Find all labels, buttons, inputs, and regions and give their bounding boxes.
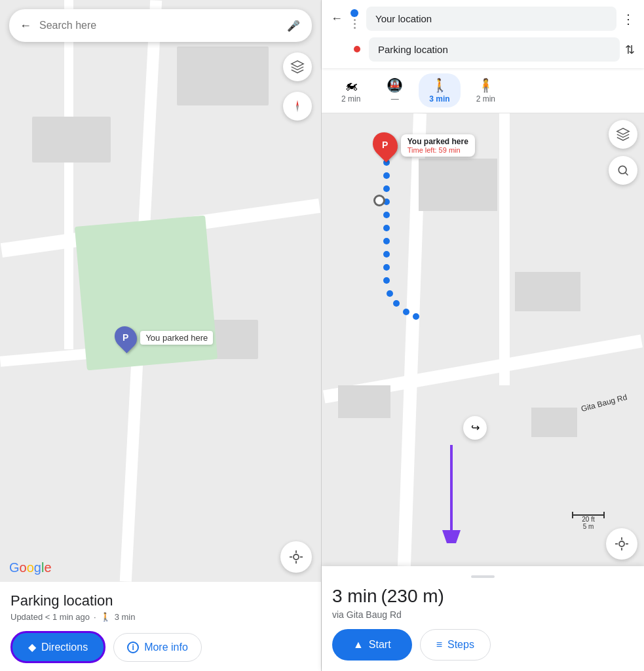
svg-point-14 (383, 212, 390, 218)
map-background: P You parked here Time left: 59 min (322, 113, 644, 566)
accessibility-time: 2 min (476, 94, 495, 104)
info-icon: i (127, 642, 139, 653)
walking-mode[interactable]: 🚶 3 min (419, 73, 460, 107)
via-text: via Gita Baug Rd (332, 609, 634, 620)
road (499, 113, 510, 385)
parking-bubble-title: You parked here (407, 137, 468, 146)
scale-text: 20 ft 5 m (572, 516, 605, 530)
svg-point-16 (383, 238, 390, 244)
svg-point-17 (383, 251, 390, 258)
origin-dot-icon (350, 9, 358, 17)
parking-marker-right: P You parked here Time left: 59 min (373, 132, 475, 158)
compass[interactable] (283, 92, 312, 121)
transit-time: — (391, 94, 399, 104)
building (531, 408, 577, 437)
search-input[interactable] (39, 20, 286, 31)
svg-point-21 (393, 300, 400, 307)
origin-input[interactable] (366, 7, 616, 31)
navigate-icon: ▲ (353, 639, 364, 651)
road-name-label: Gita Baug Rd (580, 393, 628, 413)
my-location-button[interactable] (280, 541, 312, 573)
transit-mode[interactable]: 🚇 — (376, 73, 413, 107)
parking-pin-icon: P (110, 322, 142, 353)
steps-label: Steps (447, 639, 474, 651)
more-info-label: More info (144, 642, 188, 653)
start-label: Start (369, 639, 391, 651)
my-location-button-right[interactable] (606, 528, 637, 560)
building (32, 117, 111, 163)
svg-marker-24 (617, 128, 629, 134)
route-dot (354, 19, 356, 21)
walking-icon: 🚶 (432, 77, 448, 93)
svg-point-3 (294, 554, 299, 560)
map-right: P You parked here Time left: 59 min (322, 113, 644, 566)
map-left: P You parked here (0, 0, 321, 582)
left-panel: ← 🎤 P You parked here (0, 0, 322, 671)
walk-time: 3 min (115, 612, 136, 622)
transport-modes-bar: 🏍 2 min 🚇 — 🚶 3 min 🧍 2 min (322, 68, 644, 113)
motorcycle-icon: 🏍 (345, 78, 358, 93)
svg-line-26 (626, 173, 628, 176)
turn-icon: ↪ (463, 416, 487, 440)
layers-button-right[interactable] (609, 120, 637, 149)
destination-pin-icon (353, 46, 361, 54)
distance-text: (230 m) (381, 586, 444, 607)
accessibility-icon: 🧍 (478, 77, 494, 93)
more-options-icon[interactable]: ⋮ (622, 11, 635, 27)
transit-icon: 🚇 (387, 77, 403, 93)
parking-pin-right-icon: P (368, 127, 403, 163)
walk-icon: 🚶 (100, 612, 111, 622)
annotation-arrow (419, 438, 484, 543)
route-dot (354, 23, 356, 25)
navigation-header: ← ⋮ ⇅ (322, 0, 644, 68)
nav-back-icon[interactable]: ← (331, 12, 343, 26)
more-info-button[interactable]: i More info (113, 633, 202, 662)
parking-marker: P You parked here (115, 326, 213, 349)
building (177, 47, 269, 105)
duration-row: 3 min (230 m) (332, 586, 634, 607)
directions-diamond-icon: ◆ (28, 641, 36, 653)
directions-button[interactable]: ◆ Directions (10, 631, 105, 663)
svg-point-12 (383, 185, 390, 192)
destination-input[interactable] (369, 37, 620, 62)
building (515, 272, 580, 311)
origin-circle-icon (373, 195, 385, 206)
bottom-panel-right: 3 min (230 m) via Gita Baug Rd ▲ Start ≡… (322, 566, 644, 671)
svg-point-25 (618, 166, 626, 174)
location-subtitle: Updated < 1 min ago · 🚶 3 min (10, 612, 311, 622)
start-button[interactable]: ▲ Start (332, 629, 412, 661)
drag-handle (471, 575, 495, 578)
motorcycle-time: 2 min (341, 94, 360, 104)
svg-marker-0 (292, 61, 303, 67)
svg-marker-2 (296, 105, 299, 112)
back-arrow-icon[interactable]: ← (20, 19, 31, 33)
location-title: Parking location (10, 592, 311, 609)
search-bar[interactable]: ← 🎤 (9, 9, 312, 42)
right-panel: ← ⋮ ⇅ 🏍 2 min 🚇 — (322, 0, 644, 671)
motorcycle-mode[interactable]: 🏍 2 min (331, 74, 371, 107)
steps-icon: ≡ (436, 639, 442, 651)
building (419, 159, 497, 211)
road-vertical-2 (64, 0, 73, 349)
accessibility-mode[interactable]: 🧍 2 min (466, 73, 506, 107)
bottom-buttons-right: ▲ Start ≡ Steps (332, 629, 634, 661)
svg-point-19 (383, 277, 390, 284)
mic-icon[interactable]: 🎤 (286, 18, 301, 33)
svg-point-27 (619, 541, 624, 546)
updated-text: Updated < 1 min ago (10, 612, 90, 622)
building (338, 385, 390, 418)
scale-indicator: 20 ft 5 m (572, 514, 605, 530)
destination-row: ⇅ (331, 37, 635, 62)
bottom-buttons-left: ◆ Directions i More info (10, 631, 311, 663)
svg-point-15 (383, 225, 390, 231)
route-dot (354, 27, 356, 29)
search-button-right[interactable] (609, 156, 637, 185)
svg-point-20 (387, 290, 393, 297)
walking-time: 3 min (429, 94, 449, 104)
swap-directions-icon[interactable]: ⇅ (625, 43, 635, 57)
steps-button[interactable]: ≡ Steps (420, 629, 491, 661)
google-logo: Google (9, 560, 52, 575)
parking-info-bubble: You parked here Time left: 59 min (401, 134, 475, 157)
layers-button[interactable] (283, 52, 312, 81)
parking-label: You parked here (140, 331, 213, 345)
